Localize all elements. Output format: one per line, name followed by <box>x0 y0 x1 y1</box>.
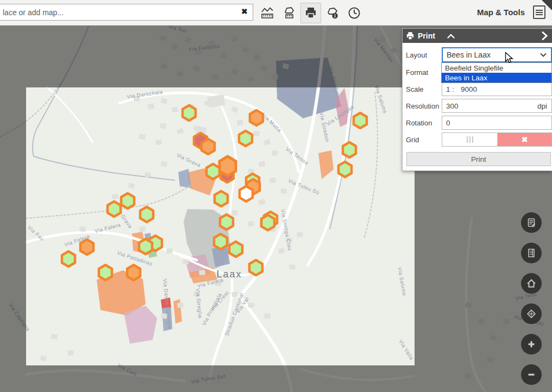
layout-dropdown: Beefield SinglefileBees in Laax <box>441 62 552 83</box>
building <box>231 36 238 42</box>
building <box>161 161 167 167</box>
building <box>79 226 86 232</box>
map-marker[interactable] <box>140 207 153 222</box>
history-icon <box>347 6 361 20</box>
building <box>177 302 184 308</box>
measure-tool[interactable] <box>279 3 299 23</box>
identify-icon <box>325 6 340 20</box>
close-panel-chevron-icon[interactable] <box>542 31 548 40</box>
town-label: Laax <box>216 269 242 280</box>
format-label: Format <box>406 68 442 77</box>
resolution-field[interactable]: 300 dpi <box>442 99 552 113</box>
history-tool[interactable] <box>344 3 365 23</box>
document-lines-icon <box>526 248 537 258</box>
app-window: Via PlaunaVia SutVia FarbunsVia MarcauVi… <box>0 0 552 392</box>
map-marker[interactable] <box>121 193 134 208</box>
scale-field[interactable]: 1 : 9000 <box>442 82 552 96</box>
layout-select-value: Bees in Laax <box>447 50 491 59</box>
map-marker[interactable] <box>354 113 367 128</box>
map-marker[interactable] <box>99 265 112 280</box>
building <box>160 35 166 41</box>
building <box>503 319 510 324</box>
tool-row <box>257 3 365 23</box>
grid-row: Grid ✖ <box>406 132 552 147</box>
map-marker[interactable] <box>261 215 274 230</box>
building <box>166 248 173 254</box>
grid-label: Grid <box>406 136 442 144</box>
building <box>148 104 154 110</box>
rotation-field[interactable]: 0 <box>442 116 552 130</box>
document-button[interactable] <box>521 243 542 263</box>
layout-row: Layout Bees in Laax <box>406 47 552 62</box>
building <box>199 270 205 275</box>
map-marker[interactable] <box>80 239 93 255</box>
layout-option[interactable]: Beefield Singlefile <box>442 63 551 73</box>
layout-option[interactable]: Bees in Laax <box>442 73 551 83</box>
map-marker[interactable] <box>206 164 219 179</box>
rotation-value: 0 <box>446 119 450 127</box>
building <box>112 194 118 199</box>
map-button-column <box>521 212 542 385</box>
locate-icon <box>526 308 537 319</box>
map-marker[interactable] <box>202 139 215 154</box>
zoom-in-button[interactable] <box>521 334 542 355</box>
grid-toggle-knob <box>442 133 498 146</box>
building <box>172 107 178 112</box>
height-profile-tool[interactable] <box>257 3 278 23</box>
map-marker[interactable] <box>127 265 140 280</box>
print-panel: Print Layout Bees in Laax Format <box>402 28 552 171</box>
map-marker[interactable] <box>139 239 152 254</box>
plus-icon <box>526 339 537 350</box>
scale-row: Scale 1 : 9000 <box>406 82 552 96</box>
scale-prefix: 1 : <box>446 85 454 93</box>
building <box>177 71 184 77</box>
building <box>289 264 296 270</box>
map-marker[interactable] <box>343 142 356 157</box>
search-clear-icon[interactable]: ✖ <box>241 7 248 16</box>
building <box>231 69 238 74</box>
building <box>253 55 260 61</box>
map-marker[interactable] <box>250 110 263 125</box>
map-marker[interactable] <box>249 260 262 275</box>
resolution-unit: dpi <box>537 102 547 110</box>
zoom-out-button[interactable] <box>521 364 542 385</box>
print-button[interactable]: Print <box>406 152 551 166</box>
home-button[interactable] <box>521 273 542 294</box>
map-marker[interactable] <box>219 156 236 176</box>
print-tool[interactable] <box>300 3 321 23</box>
home-icon <box>526 278 537 289</box>
fullscreen-corner-icon[interactable] <box>542 0 552 10</box>
map-marker[interactable] <box>214 234 227 249</box>
map-marker[interactable] <box>62 251 75 267</box>
map-marker[interactable] <box>338 162 352 177</box>
building <box>208 94 225 108</box>
building <box>248 221 254 227</box>
map-marker[interactable] <box>220 214 233 230</box>
building <box>487 357 493 363</box>
measure-icon <box>282 6 296 20</box>
map-marker[interactable] <box>183 105 196 121</box>
map-marker[interactable] <box>240 186 253 201</box>
map-tools-label: Map & Tools <box>477 8 525 17</box>
resolution-value: 300 <box>446 102 459 110</box>
map-marker[interactable] <box>229 242 242 257</box>
building <box>272 150 278 156</box>
map-marker[interactable] <box>215 191 228 206</box>
chevron-down-icon <box>540 53 547 57</box>
task-edit-button[interactable] <box>521 212 542 233</box>
map-marker[interactable] <box>108 201 121 217</box>
map-marker[interactable] <box>239 131 252 146</box>
layout-label: Layout <box>406 51 442 59</box>
print-panel-header[interactable]: Print <box>403 29 552 43</box>
scale-label: Scale <box>406 85 442 93</box>
building <box>160 123 166 129</box>
building <box>67 350 74 356</box>
identify-tool[interactable] <box>322 3 343 23</box>
rotation-label: Rotation <box>406 119 442 127</box>
grid-toggle[interactable]: ✖ <box>442 132 552 147</box>
collapse-chevron-icon[interactable] <box>447 34 455 39</box>
layout-select[interactable]: Bees in Laax <box>442 47 552 62</box>
locate-button[interactable] <box>521 304 542 324</box>
search-input[interactable] <box>0 4 253 21</box>
building <box>237 120 243 125</box>
